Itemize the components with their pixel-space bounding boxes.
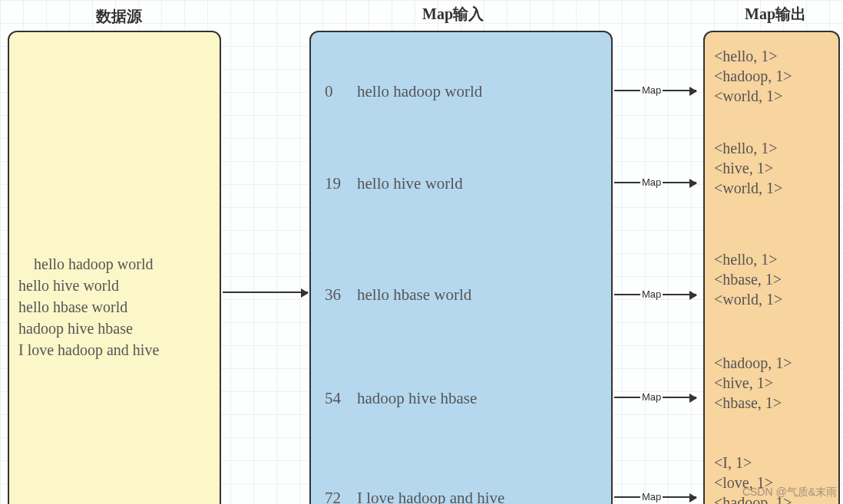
map-output-block: <hello, 1> <hive, 1> <world, 1> [714, 138, 782, 198]
map-input-offset: 54 [325, 389, 357, 408]
map-output-line: <hbase, 1> [714, 394, 782, 411]
map-arrow: Map [614, 84, 702, 96]
map-output-line: <hive, 1> [714, 160, 773, 176]
map-input-text: hadoop hive hbase [357, 389, 477, 408]
source-line: hello hadoop world [34, 255, 154, 272]
map-output-line: <world, 1> [714, 291, 782, 308]
map-arrow: Map [614, 491, 702, 502]
map-input-offset: 19 [325, 174, 357, 193]
map-output-line: <hbase, 1> [714, 271, 782, 288]
map-input-row: 36 hello hbase world [325, 285, 603, 305]
map-input-row: 72 I love hadoop and hive [325, 489, 603, 504]
map-input-text: hello hive world [357, 174, 463, 193]
map-input-title: Map输入 [407, 4, 499, 25]
map-arrow-label: Map [640, 176, 663, 188]
map-arrow-label: Map [640, 84, 663, 96]
map-arrow: Map [614, 391, 702, 403]
source-line: hello hive world [18, 277, 119, 294]
map-input-offset: 0 [325, 82, 357, 101]
source-line: I love hadoop and hive [18, 341, 159, 358]
map-input-row: 19 hello hive world [325, 174, 603, 193]
map-output-title: Map输出 [729, 4, 822, 25]
source-line: hadoop hive hbase [18, 320, 133, 337]
map-output-block: <hello, 1> <hadoop, 1> <world, 1> [714, 46, 792, 106]
map-input-row: 0 hello hadoop world [325, 82, 603, 101]
map-arrow-label: Map [640, 288, 663, 300]
map-arrow-label: Map [640, 491, 663, 502]
map-output-line: <world, 1> [714, 180, 782, 196]
map-input-offset: 36 [325, 285, 357, 305]
map-input-text: hello hbase world [357, 285, 471, 305]
map-input-offset: 72 [325, 489, 357, 504]
source-text: hello hadoop world hello hive world hell… [18, 232, 159, 382]
map-arrow: Map [614, 176, 702, 188]
map-input-row: 54 hadoop hive hbase [325, 389, 603, 408]
map-output-block: <hadoop, 1> <hive, 1> <hbase, 1> [714, 353, 792, 413]
map-output-line: <hello, 1> [714, 140, 778, 156]
map-output-line: <world, 1> [714, 87, 782, 104]
map-output-line: <hello, 1> [714, 251, 778, 268]
map-arrow-label: Map [640, 391, 663, 403]
map-input-text: I love hadoop and hive [357, 489, 504, 504]
map-input-box: 0 hello hadoop world 19 hello hive world… [309, 31, 613, 504]
map-input-text: hello hadoop world [357, 82, 482, 101]
source-box: hello hadoop world hello hive world hell… [8, 31, 221, 504]
map-output-line: <hadoop, 1> [714, 68, 792, 84]
map-output-line: <I, 1> [714, 454, 752, 471]
map-output-block: <hello, 1> <hbase, 1> <world, 1> [714, 249, 782, 309]
source-title: 数据源 [73, 6, 165, 27]
map-arrow: Map [614, 288, 702, 300]
map-output-line: <hello, 1> [714, 48, 778, 64]
watermark: CSDN @气质&末雨 [742, 486, 837, 499]
arrow-source-to-input [223, 292, 308, 293]
source-line: hello hbase world [18, 298, 127, 315]
map-output-line: <hadoop, 1> [714, 354, 792, 371]
map-output-line: <hive, 1> [714, 374, 773, 391]
map-output-box: <hello, 1> <hadoop, 1> <world, 1> <hello… [703, 31, 840, 504]
